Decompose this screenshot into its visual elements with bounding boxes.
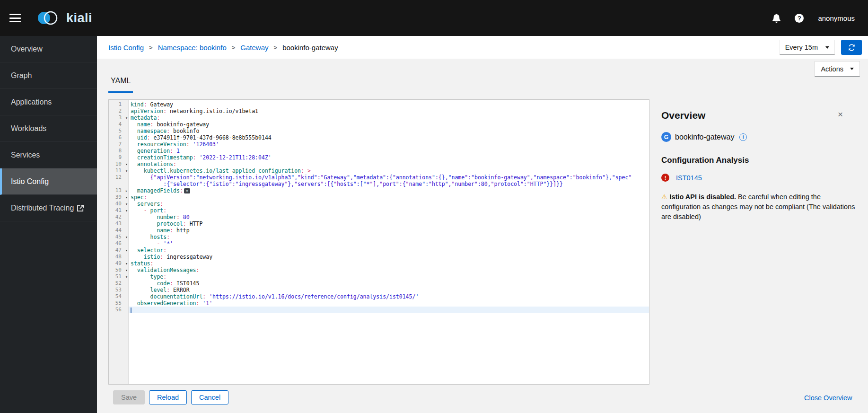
editor-line[interactable]: apiVersion: networking.istio.io/v1beta1	[129, 108, 649, 114]
yaml-editor[interactable]: 123▾45678910▾11▾1213▸39▾40▾41▾42434445▾4…	[108, 99, 649, 385]
editor-line[interactable]	[129, 307, 649, 313]
editor-line[interactable]: kubectl.kubernetes.io/last-applied-confi…	[129, 167, 649, 174]
refresh-button[interactable]	[841, 40, 862, 55]
line-number[interactable]: 51▾	[109, 273, 128, 280]
breadcrumb: Istio Config>Namespace: bookinfo>Gateway…	[108, 36, 338, 59]
editor-line[interactable]: status:	[129, 260, 649, 267]
line-number[interactable]: 39▾	[109, 194, 128, 201]
sidebar-item-services[interactable]: Services	[0, 142, 97, 168]
close-overview-link[interactable]: Close Overview	[804, 394, 852, 402]
line-number: 9	[109, 154, 128, 161]
editor-line[interactable]: annotations:	[129, 161, 649, 167]
fold-open-icon[interactable]: ▾	[125, 201, 128, 207]
line-number[interactable]: 40▾	[109, 201, 128, 207]
editor-line[interactable]: kind: Gateway	[129, 101, 649, 108]
editor-line[interactable]: {"apiVersion":"networking.istio.io/v1alp…	[129, 174, 649, 181]
editor-line[interactable]: resourceVersion: '126403'	[129, 141, 649, 148]
breadcrumb-link[interactable]: Namespace: bookinfo	[158, 44, 227, 52]
istio-api-warning: ⚠Istio API is disabled. Be careful when …	[661, 192, 862, 222]
fold-open-icon[interactable]: ▾	[125, 273, 128, 280]
reload-button[interactable]: Reload	[149, 390, 187, 404]
line-number: 56	[109, 307, 128, 313]
fold-open-icon[interactable]: ▾	[125, 161, 128, 167]
sidebar-item-overview[interactable]: Overview	[0, 36, 97, 62]
fold-open-icon[interactable]: ▾	[125, 267, 128, 273]
info-icon[interactable]: i	[739, 133, 747, 141]
editor-line[interactable]: - type:	[129, 273, 649, 280]
editor-line[interactable]: validationMessages:	[129, 267, 649, 273]
fold-open-icon[interactable]: ▾	[125, 247, 128, 254]
editor-line[interactable]: name: http	[129, 227, 649, 234]
overview-panel: Overview × G bookinfo-gateway i Configur…	[661, 110, 862, 222]
editor-line[interactable]: name: bookinfo-gateway	[129, 121, 649, 128]
cancel-button[interactable]: Cancel	[191, 390, 228, 404]
sidebar-item-workloads[interactable]: Workloads	[0, 115, 97, 142]
editor-line[interactable]: code: IST0145	[129, 280, 649, 287]
fold-open-icon[interactable]: ▾	[125, 207, 128, 214]
save-button[interactable]: Save	[113, 390, 145, 404]
breadcrumb-link[interactable]: Gateway	[240, 44, 268, 52]
line-number: 55	[109, 300, 128, 307]
editor-line[interactable]: metadata:	[129, 114, 649, 121]
line-number[interactable]: 11▾	[109, 167, 128, 174]
editor-line[interactable]: selector:	[129, 247, 649, 254]
editor-gutter[interactable]: 123▾45678910▾11▾1213▸39▾40▾41▾42434445▾4…	[109, 100, 129, 384]
editor-line[interactable]: namespace: bookinfo	[129, 128, 649, 134]
tab-yaml[interactable]: YAML	[108, 77, 133, 93]
line-number[interactable]: 45▾	[109, 234, 128, 240]
sidebar-item-label: Graph	[11, 71, 32, 80]
editor-line[interactable]: hosts:	[129, 234, 649, 240]
editor-line[interactable]: level: ERROR	[129, 287, 649, 293]
editor-line[interactable]: protocol: HTTP	[129, 220, 649, 227]
actions-dropdown[interactable]: Actions	[815, 61, 860, 77]
editor-line[interactable]: creationTimestamp: '2022-12-21T11:28:04Z…	[129, 154, 649, 161]
editor-line[interactable]: spec:	[129, 194, 649, 201]
line-number: 1	[109, 101, 128, 108]
fold-open-icon[interactable]: ▾	[125, 234, 128, 240]
editor-line[interactable]: servers:	[129, 201, 649, 207]
editor-line[interactable]: observedGeneration: '1'	[129, 300, 649, 307]
editor-line[interactable]: - port:	[129, 207, 649, 214]
line-number[interactable]: 41▾	[109, 207, 128, 214]
breadcrumb-current: bookinfo-gateway	[282, 44, 338, 52]
warning-icon: ⚠	[661, 193, 667, 201]
sidebar-item-applications[interactable]: Applications	[0, 89, 97, 115]
refresh-interval-dropdown[interactable]: Every 15m	[780, 40, 835, 55]
notifications-button[interactable]	[772, 14, 780, 23]
fold-open-icon[interactable]: ▾	[125, 194, 128, 201]
editor-line[interactable]: managedFields:↔	[129, 187, 649, 194]
editor-line[interactable]: uid: e374911f-9701-437d-9668-8e8b555b014…	[129, 134, 649, 141]
editor-line[interactable]: istio: ingressgateway	[129, 254, 649, 260]
line-number[interactable]: 13▸	[109, 187, 128, 194]
line-number[interactable]: 10▾	[109, 161, 128, 167]
username[interactable]: anonymous	[818, 14, 855, 22]
fold-open-icon[interactable]: ▾	[125, 167, 128, 174]
editor-line[interactable]: documentationUrl: 'https://istio.io/v1.1…	[129, 293, 649, 300]
line-number[interactable]: 50▾	[109, 267, 128, 273]
line-number[interactable]: 49▾	[109, 260, 128, 267]
error-code-link[interactable]: IST0145	[676, 174, 702, 182]
close-icon[interactable]: ×	[838, 110, 843, 119]
line-number: 2	[109, 108, 128, 114]
breadcrumb-link[interactable]: Istio Config	[108, 44, 144, 52]
fold-open-icon[interactable]: ▾	[125, 114, 128, 121]
sidebar-item-graph[interactable]: Graph	[0, 62, 97, 89]
sidebar-item-distributed-tracing[interactable]: Distributed Tracing	[0, 195, 97, 221]
editor-line[interactable]: :{"selector":{"istio":"ingressgateway"},…	[129, 181, 649, 187]
line-number[interactable]: 47▾	[109, 247, 128, 254]
warning-bold-text: Istio API is disabled.	[670, 193, 736, 201]
editor-line[interactable]: - '*'	[129, 240, 649, 247]
line-number: 6	[109, 134, 128, 141]
question-icon: ?	[795, 14, 804, 23]
menu-toggle-button[interactable]	[9, 13, 22, 23]
editor-code[interactable]: kind: GatewayapiVersion: networking.isti…	[129, 100, 649, 384]
line-number: 52	[109, 280, 128, 287]
editor-line[interactable]: number: 80	[129, 214, 649, 220]
line-number[interactable]: 3▾	[109, 114, 128, 121]
help-button[interactable]: ?	[795, 14, 804, 23]
fold-closed-icon[interactable]: ▸	[125, 187, 128, 194]
sidebar-item-istio-config[interactable]: Istio Config	[0, 168, 97, 195]
fold-open-icon[interactable]: ▾	[125, 260, 128, 267]
collapsed-fold-widget[interactable]: ↔	[184, 188, 190, 193]
editor-line[interactable]: generation: 1	[129, 148, 649, 154]
